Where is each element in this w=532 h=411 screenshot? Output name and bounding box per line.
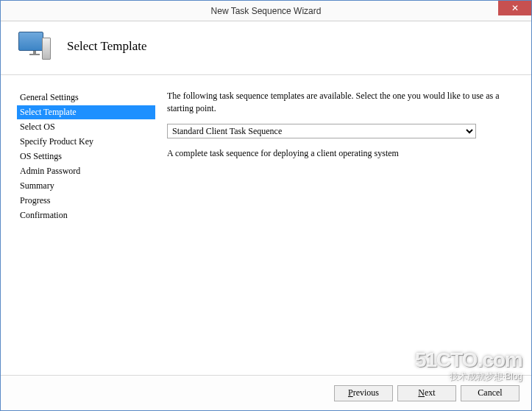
nav-item-select-template[interactable]: Select Template xyxy=(17,105,155,119)
intro-text: The following task sequence templates ar… xyxy=(167,90,514,115)
page-title: Select Template xyxy=(67,39,146,54)
close-icon: ✕ xyxy=(511,3,519,13)
wizard-content: The following task sequence templates ar… xyxy=(155,75,531,405)
previous-button[interactable]: Previous xyxy=(334,385,393,401)
template-description: A complete task sequence for deploying a… xyxy=(167,147,514,160)
nav-item-os-settings[interactable]: OS Settings xyxy=(17,150,155,164)
nav-item-specify-product-key[interactable]: Specify Product Key xyxy=(17,135,155,149)
template-select-wrap: Standard Client Task Sequence xyxy=(167,124,514,138)
nav-item-admin-password[interactable]: Admin Password xyxy=(17,164,155,178)
wizard-footer: Previous Next Cancel xyxy=(1,375,531,410)
titlebar: New Task Sequence Wizard ✕ xyxy=(1,1,531,21)
nav-item-progress[interactable]: Progress xyxy=(17,194,155,208)
header: Select Template xyxy=(1,21,531,75)
wizard-body: General Settings Select Template Select … xyxy=(1,75,531,405)
nav-item-general-settings[interactable]: General Settings xyxy=(17,91,155,105)
computer-icon xyxy=(18,32,51,61)
cancel-button[interactable]: Cancel xyxy=(461,385,519,401)
wizard-nav: General Settings Select Template Select … xyxy=(1,75,155,405)
wizard-window: New Task Sequence Wizard ✕ Select Templa… xyxy=(0,0,532,411)
nav-item-select-os[interactable]: Select OS xyxy=(17,120,155,134)
nav-item-summary[interactable]: Summary xyxy=(17,179,155,193)
next-button[interactable]: Next xyxy=(397,385,456,401)
template-dropdown[interactable]: Standard Client Task Sequence xyxy=(167,124,476,138)
nav-item-confirmation[interactable]: Confirmation xyxy=(17,208,155,222)
window-title: New Task Sequence Wizard xyxy=(211,6,322,16)
close-button[interactable]: ✕ xyxy=(498,1,531,15)
